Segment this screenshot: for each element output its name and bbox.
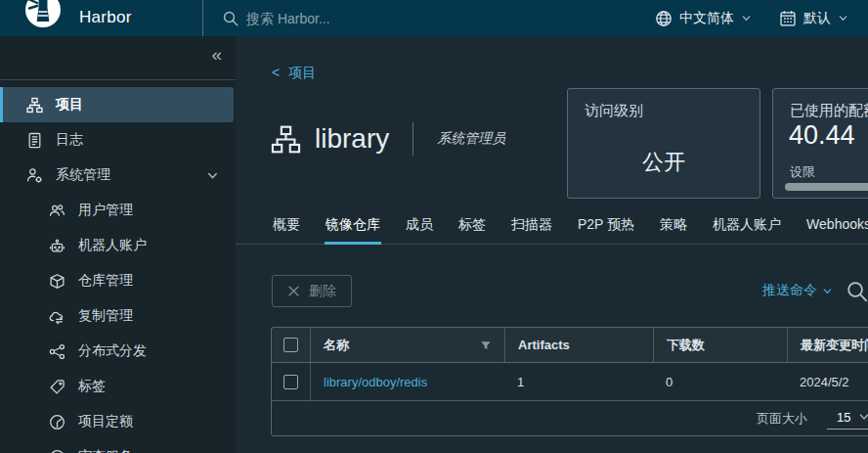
delete-button-label: 删除: [309, 283, 336, 300]
topbar-divider: [202, 0, 203, 36]
harbor-logo-icon: [24, 0, 62, 28]
column-header-downloads[interactable]: 下载数: [653, 328, 787, 362]
language-label: 中文简体: [679, 10, 734, 27]
sidebar-nav: 项目 日志 系统管理 用户管理: [0, 87, 236, 453]
tag-icon: [49, 379, 65, 395]
users-icon: [49, 203, 65, 219]
sidebar-collapse-button[interactable]: «: [211, 45, 222, 64]
sidebar-item-interrogation-services[interactable]: 审查服务: [0, 439, 236, 453]
globe-icon: [655, 10, 673, 27]
robot-icon: [49, 238, 65, 254]
cloud-replication-icon: [49, 308, 65, 325]
chevron-down-icon: [206, 169, 219, 182]
column-label: 最新变更时间: [801, 337, 868, 354]
downloads-count: 0: [666, 375, 673, 389]
chevron-down-icon: [741, 13, 752, 23]
main-content: < 项目 library 系统管理员 访问级别 公开 已使用的配额 40.44 …: [236, 36, 868, 453]
table-footer: 页面大小 15: [272, 400, 868, 435]
title-divider: [412, 122, 413, 156]
search-icon: [222, 10, 239, 27]
sidebar-item-distributions[interactable]: 分布式分发: [0, 334, 236, 369]
tab-policy[interactable]: 策略: [659, 209, 688, 245]
top-navbar: Harbor 中文简体 默认: [0, 0, 868, 36]
quota-value: 40.44: [789, 120, 855, 151]
theme-label: 默认: [803, 10, 831, 27]
column-label: 下载数: [667, 337, 705, 354]
brand-title: Harbor: [79, 8, 132, 27]
select-all-checkbox[interactable]: [283, 338, 298, 352]
projects-icon: [26, 97, 43, 113]
page-size-value: 15: [837, 410, 850, 425]
select-all-cell: [272, 328, 311, 362]
row-select-cell: [272, 363, 311, 400]
push-command-dropdown[interactable]: 推送命令: [762, 282, 833, 299]
sidebar-item-label: 分布式分发: [78, 342, 147, 360]
quota-progress-bar: [785, 183, 868, 191]
table-row: library/odboy/redis 1 0 2024/5/2: [272, 363, 868, 400]
column-header-updated[interactable]: 最新变更时间: [787, 328, 868, 362]
theme-menu[interactable]: 默认: [779, 10, 848, 27]
language-menu[interactable]: 中文简体: [655, 10, 752, 27]
breadcrumb[interactable]: < 项目: [272, 65, 316, 82]
table-search-icon[interactable]: [846, 280, 868, 303]
column-label: 名称: [324, 337, 349, 354]
quota-gauge-icon: [49, 414, 65, 430]
sidebar-item-label: 复制管理: [78, 307, 133, 325]
tab-members[interactable]: 成员: [405, 209, 434, 245]
role-badge: 系统管理员: [437, 130, 505, 148]
chevron-down-icon: [838, 13, 848, 23]
tab-scanner[interactable]: 扫描器: [510, 209, 553, 245]
access-level-value: 公开: [568, 148, 760, 177]
tab-robot-accounts[interactable]: 机器人账户: [712, 209, 782, 245]
breadcrumb-back-arrow: <: [272, 65, 280, 82]
sidebar: « 项目 日志 系统管理: [0, 36, 236, 453]
column-header-name[interactable]: 名称: [311, 328, 504, 362]
sidebar-item-label: 机器人账户: [78, 237, 147, 254]
table-header-row: 名称 Artifacts 下载数 最新变更时间: [272, 328, 868, 363]
calendar-icon: [779, 10, 797, 27]
sidebar-item-label: 用户管理: [78, 202, 133, 219]
breadcrumb-label: 项目: [288, 65, 316, 82]
page-size-select[interactable]: 15: [827, 408, 868, 430]
global-search: [222, 0, 452, 36]
tab-repositories[interactable]: 镜像仓库: [325, 209, 381, 245]
tab-webhooks[interactable]: Webhooks: [805, 209, 868, 245]
row-checkbox[interactable]: [283, 375, 298, 389]
sidebar-item-robot-accounts[interactable]: 机器人账户: [0, 228, 236, 263]
close-icon: [287, 285, 300, 297]
package-icon: [49, 273, 65, 290]
repository-link[interactable]: library/odboy/redis: [324, 375, 427, 389]
sidebar-item-project-quotas[interactable]: 项目定额: [0, 404, 236, 439]
global-search-input[interactable]: [246, 11, 452, 26]
sidebar-item-label: 日志: [56, 131, 83, 149]
tab-summary[interactable]: 概要: [272, 209, 301, 245]
sidebar-item-label: 项目: [56, 96, 83, 113]
repositories-table: 名称 Artifacts 下载数 最新变更时间 library/odboy/re…: [271, 327, 868, 436]
sidebar-item-projects[interactable]: 项目: [0, 87, 234, 122]
project-title-row: library 系统管理员: [271, 122, 505, 156]
quota-card: 已使用的配额 40.44 设限: [772, 88, 868, 199]
sidebar-item-label: 审查服务: [78, 448, 133, 453]
tab-p2p-preheat[interactable]: P2P 预热: [577, 209, 635, 245]
sidebar-item-label: 系统管理: [56, 166, 110, 184]
push-command-label: 推送命令: [762, 282, 817, 299]
page-size-label: 页面大小: [757, 410, 807, 428]
access-level-label: 访问级别: [568, 89, 760, 120]
sidebar-item-label: 标签: [78, 378, 106, 395]
sidebar-item-users[interactable]: 用户管理: [0, 193, 236, 228]
delete-button[interactable]: 删除: [272, 275, 352, 307]
project-tabs: 概要 镜像仓库 成员 标签 扫描器 P2P 预热 策略 机器人账户 Webhoo…: [236, 209, 868, 245]
quota-limit-label: 设限: [790, 163, 815, 181]
sidebar-item-labels[interactable]: 标签: [0, 369, 236, 404]
filter-icon[interactable]: [480, 340, 492, 351]
sidebar-item-registries[interactable]: 仓库管理: [0, 263, 236, 298]
sidebar-item-replications[interactable]: 复制管理: [0, 298, 236, 334]
sidebar-item-logs[interactable]: 日志: [0, 122, 236, 158]
column-label: Artifacts: [518, 338, 570, 352]
logs-icon: [26, 132, 43, 149]
artifacts-count: 1: [517, 375, 524, 389]
project-icon: [271, 124, 301, 155]
column-header-artifacts[interactable]: Artifacts: [504, 328, 653, 362]
sidebar-item-administration[interactable]: 系统管理: [0, 158, 236, 193]
tab-labels[interactable]: 标签: [457, 209, 487, 245]
